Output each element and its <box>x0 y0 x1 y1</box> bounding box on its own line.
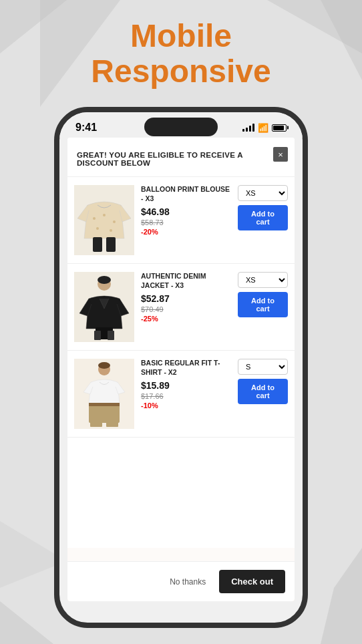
svg-point-18 <box>98 276 111 284</box>
wifi-icon: 📶 <box>258 123 268 133</box>
phone-icons: 📶 <box>242 123 287 133</box>
product-image-jacket <box>74 272 134 342</box>
product-discount-1: -20% <box>141 228 231 236</box>
product-price-new-2: $52.87 <box>141 293 231 304</box>
add-to-cart-button-1[interactable]: Add to cart <box>238 205 288 230</box>
product-price-old-2: $70.49 <box>141 305 231 313</box>
product-list: BALLOON PRINT BLOUSE - x3 $46.98 $58.73 … <box>67 177 295 561</box>
signal-bar-4 <box>252 124 254 132</box>
svg-point-13 <box>110 229 112 232</box>
size-select-3[interactable]: XS S M L XL <box>238 359 288 375</box>
phone-screen: GREAT! YOU ARE ELIGIBLE TO RECEIVE A DIS… <box>67 138 295 601</box>
size-select-2[interactable]: XS S M L XL <box>238 272 288 288</box>
phone-notch <box>144 118 218 136</box>
signal-bar-1 <box>242 129 244 132</box>
status-bar: 9:41 📶 <box>59 112 303 138</box>
svg-point-11 <box>113 220 116 223</box>
add-to-cart-button-2[interactable]: Add to cart <box>238 292 288 317</box>
product-price-old-1: $58.73 <box>141 218 231 226</box>
discount-modal: GREAT! YOU ARE ELIGIBLE TO RECEIVE A DIS… <box>67 138 295 601</box>
modal-close-button[interactable]: × <box>273 147 288 162</box>
product-price-new-3: $15.89 <box>141 380 231 391</box>
product-price-old-3: $17.66 <box>141 392 231 400</box>
svg-rect-20 <box>94 331 101 340</box>
add-to-cart-button-3[interactable]: Add to cart <box>238 379 288 404</box>
svg-point-24 <box>98 362 110 369</box>
svg-rect-28 <box>106 414 118 427</box>
product-actions-2: XS S M L XL Add to cart <box>238 272 288 317</box>
product-name-3: BASIC REGULAR FIT T-SHIRT - x2 <box>141 359 231 377</box>
svg-rect-27 <box>90 414 102 427</box>
modal-header: GREAT! YOU ARE ELIGIBLE TO RECEIVE A DIS… <box>67 138 295 177</box>
svg-point-12 <box>96 227 99 230</box>
svg-rect-26 <box>89 403 120 406</box>
battery-fill <box>273 126 284 130</box>
product-image-tshirt <box>74 359 134 429</box>
product-discount-2: -25% <box>141 315 231 323</box>
product-name-1: BALLOON PRINT BLOUSE - x3 <box>141 185 231 203</box>
product-actions-1: XS S M L XL Add to cart <box>238 185 288 230</box>
battery-icon <box>272 124 287 132</box>
header-title: Mobile Responsive <box>0 19 362 90</box>
checkout-button[interactable]: Check out <box>219 570 285 593</box>
size-select-1[interactable]: XS S M L XL <box>238 185 288 201</box>
svg-rect-21 <box>108 331 114 340</box>
modal-title: GREAT! YOU ARE ELIGIBLE TO RECEIVE A DIS… <box>77 151 270 167</box>
no-thanks-button[interactable]: No thanks <box>164 573 211 591</box>
phone-time: 9:41 <box>75 122 97 134</box>
product-image-blouse <box>74 185 134 255</box>
signal-bar-3 <box>249 126 251 132</box>
product-discount-3: -10% <box>141 401 231 410</box>
svg-point-9 <box>93 217 96 220</box>
product-info-3: BASIC REGULAR FIT T-SHIRT - x2 $15.89 $1… <box>141 359 231 410</box>
product-actions-3: XS S M L XL Add to cart <box>238 359 288 404</box>
product-price-new-1: $46.98 <box>141 206 231 217</box>
product-name-2: AUTHENTIC DENIM JACKET - x3 <box>141 272 231 290</box>
product-item-1: BALLOON PRINT BLOUSE - x3 $46.98 $58.73 … <box>67 177 295 264</box>
modal-footer: No thanks Check out <box>67 561 295 601</box>
svg-point-10 <box>103 214 106 216</box>
signal-bars-icon <box>242 124 254 132</box>
product-info-2: AUTHENTIC DENIM JACKET - x3 $52.87 $70.4… <box>141 272 231 323</box>
product-info-1: BALLOON PRINT BLOUSE - x3 $46.98 $58.73 … <box>141 185 231 236</box>
signal-bar-2 <box>246 128 248 132</box>
product-item-3: BASIC REGULAR FIT T-SHIRT - x2 $15.89 $1… <box>67 351 295 438</box>
product-item-2: AUTHENTIC DENIM JACKET - x3 $52.87 $70.4… <box>67 264 295 351</box>
svg-rect-14 <box>93 237 102 252</box>
svg-rect-15 <box>106 237 116 252</box>
phone-frame: 9:41 📶 GREAT! YOU ARE ELIGIBLE TO RECEIV… <box>54 107 308 628</box>
